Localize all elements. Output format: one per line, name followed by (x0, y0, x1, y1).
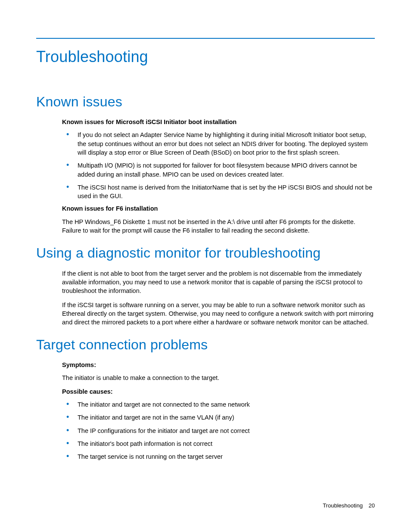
diagnostic-content: If the client is not able to boot from t… (36, 269, 375, 327)
subheading-iscsi: Known issues for Microsoft iSCSI Initiat… (62, 118, 375, 127)
document-page: Troubleshooting Known issues Known issue… (0, 0, 411, 461)
causes-label: Possible causes: (62, 388, 375, 396)
causes-bullets: The initiator and target are not connect… (62, 400, 375, 461)
list-item: The target service is not running on the… (62, 452, 375, 461)
section-heading-diagnostic: Using a diagnostic monitor for troublesh… (36, 244, 375, 262)
top-rule (36, 38, 375, 39)
footer-label: Troubleshooting (323, 502, 363, 509)
list-item: The initiator and target are not connect… (62, 400, 375, 409)
target-connection-content: Symptoms: The initiator is unable to mak… (36, 361, 375, 461)
known-issues-bullets-iscsi: If you do not select an Adapter Service … (62, 131, 375, 200)
list-item: The initiator's boot path information is… (62, 439, 375, 448)
subheading-f6: Known issues for F6 installation (62, 205, 375, 213)
paragraph: If the iSCSI target is software running … (62, 301, 375, 327)
list-item: Multipath I/O (MPIO) is not supported fo… (62, 161, 375, 179)
paragraph: If the client is not able to boot from t… (62, 269, 375, 296)
paragraph-f6: The HP Windows_F6 Diskette 1 must not be… (62, 218, 375, 235)
page-title: Troubleshooting (36, 47, 375, 68)
list-item: If you do not select an Adapter Service … (62, 131, 375, 157)
section-heading-target-connection: Target connection problems (36, 336, 375, 354)
section-heading-known-issues: Known issues (36, 93, 375, 111)
known-issues-content: Known issues for Microsoft iSCSI Initiat… (36, 118, 375, 235)
list-item: The initiator and target are not in the … (62, 413, 375, 422)
list-item: The iSCSI host name is derived from the … (62, 183, 375, 201)
page-number: 20 (369, 502, 375, 509)
symptoms-label: Symptoms: (62, 361, 375, 370)
page-footer: Troubleshooting 20 (323, 502, 375, 510)
symptoms-text: The initiator is unable to make a connec… (62, 373, 375, 382)
list-item: The IP configurations for the initiator … (62, 426, 375, 435)
